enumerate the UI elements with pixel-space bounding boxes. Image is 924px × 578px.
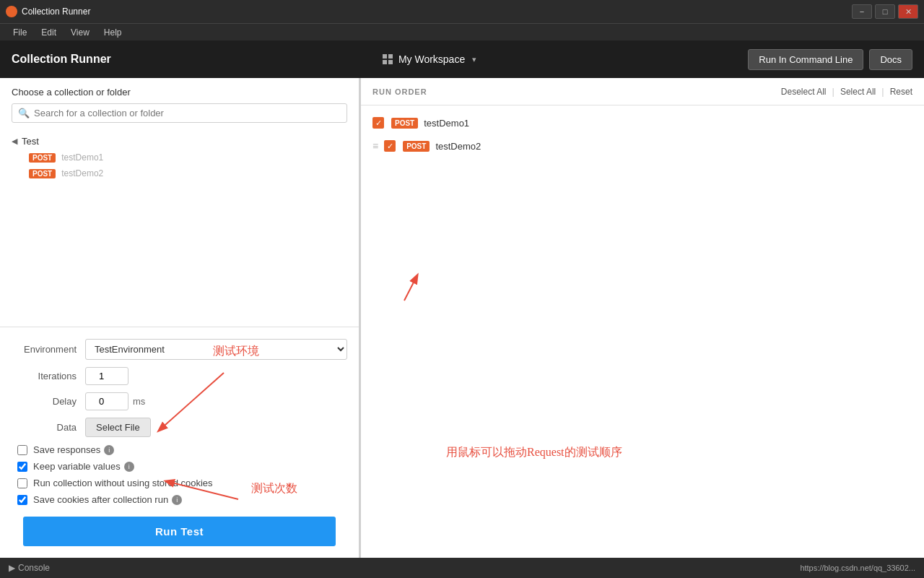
console-label: Console	[18, 563, 50, 573]
drag-handle-icon[interactable]: ≡	[372, 140, 378, 152]
console-icon: ▶	[9, 563, 15, 573]
separator: |	[881, 86, 884, 97]
left-panel: Choose a collection or folder 🔍 ◀ Test P…	[0, 78, 361, 558]
menu-view[interactable]: View	[64, 24, 97, 41]
settings-area: Environment TestEnvironment Iterations D…	[0, 333, 359, 558]
maximize-button[interactable]: □	[875, 4, 895, 19]
header-logo: Collection Runner	[12, 53, 111, 66]
main-wrapper: Choose a collection or folder 🔍 ◀ Test P…	[0, 78, 924, 558]
info-icon: i	[124, 462, 134, 472]
info-icon: i	[104, 445, 114, 455]
run-order-header: RUN ORDER Deselect All | Select All | Re…	[361, 78, 924, 105]
separator: |	[832, 86, 834, 97]
keep-variable-label: Keep variable values	[33, 461, 121, 472]
environment-row: Environment TestEnvironment	[12, 339, 347, 360]
close-button[interactable]: ✕	[898, 4, 918, 19]
environment-label: Environment	[12, 344, 77, 355]
reset-button[interactable]: Reset	[890, 87, 912, 97]
run-item-checkbox[interactable]: ✓	[372, 117, 384, 129]
method-badge: POST	[403, 141, 430, 152]
title-bar-controls: − □ ✕	[852, 4, 918, 19]
no-cookies-row: Run collection without using stored cook…	[12, 478, 347, 488]
delay-label: Delay	[12, 396, 77, 407]
folder-arrow-icon: ◀	[12, 137, 17, 146]
keep-variable-row: Keep variable values i	[12, 461, 347, 472]
data-label: Data	[12, 422, 77, 433]
divider	[0, 327, 359, 327]
table-row: ≡ ✓ POST testDemo2	[361, 134, 924, 158]
docs-button[interactable]: Docs	[869, 49, 912, 70]
save-responses-row: Save responses i	[12, 444, 347, 455]
delay-row: Delay ms	[12, 392, 347, 410]
workspace-icon	[383, 54, 393, 64]
menu-help[interactable]: Help	[97, 24, 129, 41]
menu-bar: File Edit View Help	[0, 23, 924, 40]
save-cookies-checkbox[interactable]	[17, 495, 27, 505]
request-name: testDemo1	[424, 118, 469, 129]
search-box[interactable]: 🔍	[12, 103, 347, 123]
environment-select[interactable]: TestEnvironment	[85, 339, 347, 360]
status-bar: ▶ Console https://blog.csdn.net/qq_33602…	[0, 558, 924, 578]
save-cookies-row: Save cookies after collection run i	[12, 494, 347, 505]
minimize-button[interactable]: −	[852, 4, 872, 19]
save-cookies-label: Save cookies after collection run	[33, 494, 168, 505]
request-name: testDemo1	[61, 152, 103, 163]
header-actions: Run In Command Line Docs	[748, 49, 912, 70]
delay-unit: ms	[133, 396, 145, 407]
no-cookies-label: Run collection without using stored cook…	[33, 478, 213, 488]
request-name: testDemo2	[435, 141, 481, 152]
search-input[interactable]	[34, 108, 341, 118]
workspace-selector[interactable]: My Workspace ▾	[383, 53, 476, 65]
data-row: Data Select File	[12, 418, 347, 437]
list-item[interactable]: POST testDemo1	[6, 150, 353, 165]
run-order-title: RUN ORDER	[372, 87, 427, 96]
no-cookies-checkbox[interactable]	[17, 478, 27, 488]
chevron-down-icon: ▾	[472, 55, 476, 64]
logo-text: Collection Runner	[12, 53, 111, 65]
method-badge: POST	[29, 153, 56, 163]
title-bar: Collection Runner − □ ✕	[0, 0, 924, 23]
app-icon	[6, 6, 17, 17]
folder-name: Test	[22, 136, 39, 147]
main-layout: Choose a collection or folder 🔍 ◀ Test P…	[0, 78, 924, 558]
deselect-all-button[interactable]: Deselect All	[781, 87, 827, 97]
request-name: testDemo2	[61, 168, 103, 178]
select-all-button[interactable]: Select All	[840, 87, 876, 97]
save-responses-checkbox[interactable]	[17, 445, 27, 455]
tree-folder[interactable]: ◀ Test	[6, 133, 353, 150]
list-item[interactable]: POST testDemo2	[6, 165, 353, 181]
app-title: Collection Runner	[22, 7, 852, 17]
iterations-label: Iterations	[12, 371, 77, 381]
iterations-input[interactable]	[85, 367, 128, 385]
right-panel: RUN ORDER Deselect All | Select All | Re…	[361, 78, 924, 558]
console-button[interactable]: ▶ Console	[9, 563, 50, 573]
save-responses-label: Save responses	[33, 444, 100, 455]
iterations-row: Iterations	[12, 367, 347, 385]
info-icon: i	[172, 495, 182, 505]
run-item-checkbox[interactable]: ✓	[384, 140, 396, 152]
run-order-actions: Deselect All | Select All | Reset	[781, 86, 912, 97]
run-test-button[interactable]: Run Test	[23, 517, 336, 546]
delay-input[interactable]	[85, 392, 128, 410]
keep-variable-checkbox[interactable]	[17, 462, 27, 472]
method-badge: POST	[391, 118, 418, 129]
select-file-button[interactable]: Select File	[85, 418, 151, 437]
header: Collection Runner My Workspace ▾ Run In …	[0, 40, 924, 78]
workspace-name: My Workspace	[398, 53, 465, 65]
url-text: https://blog.csdn.net/qq_33602...	[800, 564, 915, 572]
menu-file[interactable]: File	[6, 24, 34, 41]
menu-edit[interactable]: Edit	[34, 24, 64, 41]
table-row: ✓ POST testDemo1	[361, 111, 924, 134]
search-icon: 🔍	[18, 108, 30, 118]
method-badge: POST	[29, 169, 56, 178]
collection-header: Choose a collection or folder	[0, 78, 359, 103]
run-command-line-button[interactable]: Run In Command Line	[748, 49, 863, 70]
run-order-list: ✓ POST testDemo1 ≡ ✓ POST testDemo2	[361, 105, 924, 558]
collection-tree: ◀ Test POST testDemo1 POST testDemo2	[0, 130, 359, 321]
